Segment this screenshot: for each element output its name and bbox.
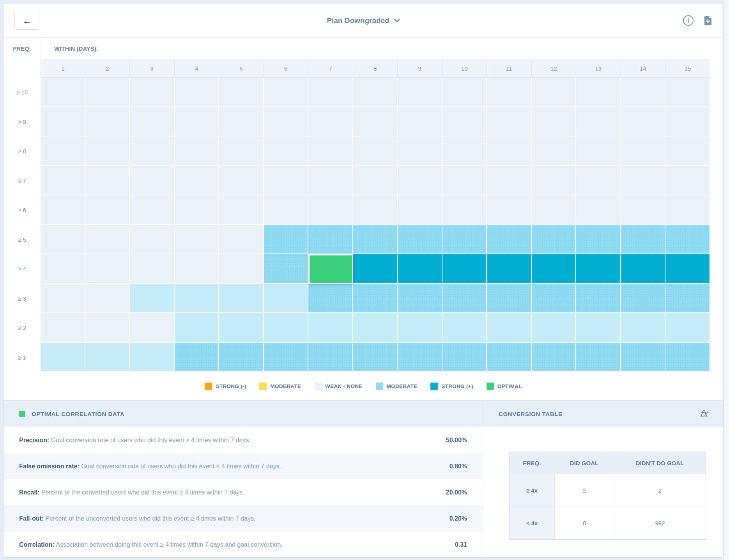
heatmap-cell[interactable] bbox=[308, 343, 353, 372]
heatmap-cell[interactable] bbox=[665, 78, 710, 107]
heatmap-cell[interactable] bbox=[398, 195, 442, 225]
heatmap-cell[interactable] bbox=[264, 107, 309, 137]
heatmap-cell[interactable] bbox=[665, 107, 710, 137]
heatmap-cell[interactable] bbox=[175, 343, 219, 372]
heatmap-cell[interactable] bbox=[665, 136, 710, 166]
heatmap-cell[interactable] bbox=[85, 166, 130, 196]
heatmap-cell[interactable] bbox=[85, 254, 130, 284]
heatmap-cell[interactable] bbox=[175, 195, 219, 225]
heatmap-cell[interactable] bbox=[532, 284, 577, 314]
heatmap-cell[interactable] bbox=[487, 225, 532, 255]
heatmap-cell[interactable] bbox=[532, 107, 577, 137]
heatmap-cell[interactable] bbox=[487, 166, 532, 196]
heatmap-cell[interactable] bbox=[487, 78, 532, 107]
heatmap-cell[interactable] bbox=[532, 225, 577, 255]
heatmap-cell[interactable] bbox=[308, 284, 353, 314]
heatmap-cell[interactable] bbox=[130, 254, 175, 284]
heatmap-cell[interactable] bbox=[576, 225, 621, 255]
heatmap-cell[interactable] bbox=[576, 107, 621, 137]
heatmap-cell[interactable] bbox=[442, 284, 487, 314]
heatmap-cell[interactable] bbox=[264, 254, 309, 284]
heatmap-cell[interactable] bbox=[264, 166, 309, 196]
heatmap-cell[interactable] bbox=[353, 166, 398, 196]
heatmap-cell[interactable] bbox=[442, 195, 487, 225]
heatmap-cell[interactable] bbox=[442, 225, 487, 255]
heatmap-cell[interactable] bbox=[576, 284, 621, 314]
heatmap-cell[interactable] bbox=[621, 136, 666, 166]
heatmap-cell[interactable] bbox=[353, 254, 398, 284]
heatmap-cell[interactable] bbox=[532, 195, 577, 225]
heatmap-cell[interactable] bbox=[621, 254, 666, 284]
heatmap-cell[interactable] bbox=[85, 284, 130, 314]
heatmap-cell[interactable] bbox=[353, 195, 398, 225]
heatmap-cell[interactable] bbox=[219, 136, 264, 166]
heatmap-cell[interactable] bbox=[532, 166, 577, 196]
heatmap-cell[interactable] bbox=[532, 343, 577, 372]
heatmap-cell[interactable] bbox=[532, 136, 577, 166]
heatmap-cell[interactable] bbox=[41, 166, 85, 196]
heatmap-cell[interactable] bbox=[621, 343, 666, 372]
heatmap-cell[interactable] bbox=[442, 254, 487, 284]
download-icon[interactable] bbox=[704, 16, 712, 26]
heatmap-cell[interactable] bbox=[398, 78, 442, 107]
heatmap-cell[interactable] bbox=[130, 107, 175, 137]
heatmap-cell[interactable] bbox=[353, 136, 398, 166]
heatmap-cell[interactable] bbox=[353, 343, 398, 372]
heatmap-cell[interactable] bbox=[576, 343, 621, 372]
heatmap-cell[interactable] bbox=[621, 313, 666, 343]
heatmap-cell[interactable] bbox=[665, 343, 710, 372]
heatmap-cell[interactable] bbox=[219, 343, 264, 372]
heatmap-cell[interactable] bbox=[487, 343, 532, 372]
heatmap-cell[interactable] bbox=[398, 313, 442, 343]
heatmap-cell[interactable] bbox=[264, 343, 309, 372]
heatmap-cell[interactable] bbox=[130, 136, 175, 166]
heatmap-cell[interactable] bbox=[576, 313, 621, 343]
heatmap-cell[interactable] bbox=[175, 225, 219, 255]
heatmap-cell[interactable] bbox=[308, 136, 353, 166]
heatmap-cell[interactable] bbox=[398, 254, 442, 284]
heatmap-cell[interactable] bbox=[308, 78, 353, 107]
heatmap-cell[interactable] bbox=[264, 136, 309, 166]
heatmap-cell[interactable] bbox=[398, 284, 442, 314]
event-dropdown[interactable]: Plan Downgraded bbox=[327, 16, 400, 25]
heatmap-cell[interactable] bbox=[41, 136, 85, 166]
heatmap-cell[interactable] bbox=[175, 166, 219, 196]
heatmap-cell[interactable] bbox=[175, 107, 219, 137]
heatmap-cell[interactable] bbox=[532, 78, 577, 107]
heatmap-cell[interactable] bbox=[665, 313, 710, 343]
heatmap-cell[interactable] bbox=[353, 284, 398, 314]
heatmap-cell[interactable] bbox=[85, 313, 130, 343]
heatmap-cell[interactable] bbox=[130, 284, 175, 314]
heatmap-cell[interactable] bbox=[576, 166, 621, 196]
heatmap-cell[interactable] bbox=[85, 107, 130, 137]
heatmap-cell[interactable] bbox=[398, 343, 442, 372]
heatmap-cell[interactable] bbox=[353, 225, 398, 255]
heatmap-cell[interactable] bbox=[175, 78, 219, 107]
heatmap-cell[interactable] bbox=[308, 195, 353, 225]
heatmap-cell[interactable] bbox=[442, 78, 487, 107]
heatmap-cell[interactable] bbox=[487, 195, 532, 225]
heatmap-cell[interactable] bbox=[41, 313, 85, 343]
heatmap-cell[interactable] bbox=[219, 254, 264, 284]
heatmap-cell[interactable] bbox=[576, 254, 621, 284]
heatmap-cell[interactable] bbox=[621, 166, 666, 196]
heatmap-cell[interactable] bbox=[85, 343, 130, 372]
heatmap-cell[interactable] bbox=[85, 225, 130, 255]
heatmap-cell[interactable] bbox=[41, 107, 85, 137]
heatmap-cell[interactable] bbox=[398, 225, 442, 255]
heatmap-cell[interactable] bbox=[308, 225, 353, 255]
heatmap-cell[interactable] bbox=[442, 107, 487, 137]
heatmap-cell[interactable] bbox=[85, 136, 130, 166]
heatmap-cell[interactable] bbox=[398, 107, 442, 137]
heatmap-cell[interactable] bbox=[219, 107, 264, 137]
heatmap-cell[interactable] bbox=[353, 107, 398, 137]
heatmap-cell[interactable] bbox=[442, 313, 487, 343]
heatmap-cell[interactable] bbox=[621, 225, 666, 255]
heatmap-cell-optimal[interactable] bbox=[308, 254, 353, 284]
heatmap-cell[interactable] bbox=[353, 313, 398, 343]
heatmap-cell[interactable] bbox=[219, 78, 264, 107]
heatmap-cell[interactable] bbox=[41, 78, 85, 107]
heatmap-cell[interactable] bbox=[665, 225, 710, 255]
heatmap-cell[interactable] bbox=[487, 284, 532, 314]
heatmap-cell[interactable] bbox=[219, 225, 264, 255]
